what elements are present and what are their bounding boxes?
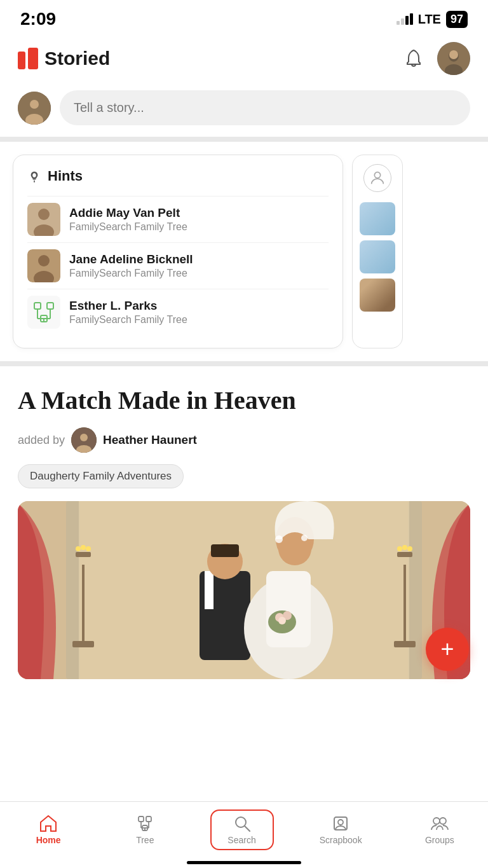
nav-label-search: Search <box>227 835 255 845</box>
svg-point-23 <box>80 434 88 441</box>
svg-rect-36 <box>397 552 412 557</box>
logo-bar-1 <box>18 52 25 69</box>
bell-icon <box>405 49 423 68</box>
hint-info-3: Esther L. Parks FamilySearch Family Tree <box>69 299 187 326</box>
author-name: Heather Haunert <box>103 433 197 447</box>
avatar-image <box>437 42 470 75</box>
svg-point-39 <box>407 546 412 551</box>
svg-rect-29 <box>82 565 85 647</box>
nav-item-search[interactable]: Search <box>210 809 274 850</box>
user-avatar-small <box>18 92 51 125</box>
hint-avatar-3 <box>27 296 60 329</box>
tree-icon <box>31 300 57 325</box>
search-nav-icon <box>233 815 252 832</box>
svg-point-21 <box>374 172 380 178</box>
story-tag[interactable]: Daugherty Family Adventures <box>18 464 184 488</box>
author-avatar <box>71 427 97 453</box>
person-icon <box>363 164 391 192</box>
story-title: A Match Made in Heaven <box>18 385 470 416</box>
nav-item-home[interactable]: Home <box>17 811 80 849</box>
svg-point-5 <box>30 100 39 109</box>
hint-item-1[interactable]: Addie May Van Pelt FamilySearch Family T… <box>27 196 329 242</box>
tree-nav-icon <box>135 815 154 832</box>
svg-rect-57 <box>146 816 151 822</box>
status-time: 2:09 <box>20 9 56 29</box>
nav-item-tree[interactable]: Tree <box>113 811 177 849</box>
status-bar: 2:09 LTE 97 <box>0 0 488 36</box>
svg-line-64 <box>245 826 250 831</box>
status-right: LTE 97 <box>396 11 468 28</box>
notification-bell-button[interactable] <box>402 46 426 71</box>
story-input[interactable] <box>60 90 470 125</box>
battery-level: 97 <box>451 13 463 26</box>
nav-item-scrapbook[interactable]: Scrapbook <box>307 811 375 849</box>
bottom-nav: Home Tree Search Scrapbook <box>0 801 488 868</box>
fab-button[interactable]: + <box>426 628 469 671</box>
svg-point-67 <box>433 818 440 824</box>
wedding-svg <box>18 501 470 679</box>
signal-bar-2 <box>401 18 404 25</box>
nav-item-groups[interactable]: Groups <box>408 811 471 849</box>
battery-indicator: 97 <box>446 11 468 28</box>
hint-name-2: Jane Adeline Bicknell <box>69 252 193 266</box>
hint-item-2[interactable]: Jane Adeline Bicknell FamilySearch Famil… <box>27 242 329 289</box>
hint-info-1: Addie May Van Pelt FamilySearch Family T… <box>69 206 187 233</box>
hints-card: Hints Addie May Van Pelt FamilySearch Fa… <box>13 155 343 348</box>
svg-point-3 <box>449 50 458 59</box>
main-content: A Match Made in Heaven added by Heather … <box>0 366 488 685</box>
svg-point-50 <box>275 535 283 543</box>
author-portrait <box>71 427 97 453</box>
signal-bar-4 <box>410 13 413 25</box>
svg-rect-35 <box>403 565 406 647</box>
groups-nav-icon <box>430 815 449 832</box>
fab-plus-icon: + <box>440 636 454 663</box>
hints-section: Hints Addie May Van Pelt FamilySearch Fa… <box>0 142 488 361</box>
nav-label-scrapbook: Scrapbook <box>320 835 362 845</box>
svg-point-51 <box>301 535 308 541</box>
logo-bar-2 <box>28 48 38 69</box>
nav-label-home: Home <box>36 835 61 845</box>
nav-label-groups: Groups <box>425 835 454 845</box>
bulb-icon <box>27 169 41 183</box>
thumb-2 <box>360 240 395 273</box>
svg-rect-15 <box>47 303 53 309</box>
wedding-scene-image <box>18 501 470 679</box>
app-name: Storied <box>44 48 110 69</box>
signal-bar-1 <box>396 21 400 25</box>
scrapbook-nav-icon <box>331 815 350 832</box>
svg-point-12 <box>38 255 50 266</box>
svg-point-32 <box>81 545 86 550</box>
hint-item-3[interactable]: Esther L. Parks FamilySearch Family Tree <box>27 289 329 335</box>
story-image-container <box>18 501 470 679</box>
home-indicator <box>187 861 301 864</box>
svg-rect-45 <box>211 544 239 557</box>
svg-point-55 <box>278 617 286 624</box>
header-actions <box>402 42 470 75</box>
user-avatar[interactable] <box>437 42 470 75</box>
thumb-3 <box>360 279 395 312</box>
logo-icon <box>18 48 38 69</box>
svg-point-37 <box>397 546 402 551</box>
svg-point-66 <box>338 820 343 825</box>
second-card <box>352 155 403 348</box>
svg-rect-42 <box>205 571 214 609</box>
lte-label: LTE <box>418 12 441 27</box>
svg-rect-34 <box>72 641 94 647</box>
svg-point-38 <box>402 545 407 550</box>
svg-rect-56 <box>139 816 144 822</box>
author-row: added by Heather Haunert <box>18 427 470 453</box>
svg-rect-43 <box>236 571 245 609</box>
logo-area: Storied <box>18 48 110 69</box>
hint-source-1: FamilySearch Family Tree <box>69 221 187 233</box>
svg-rect-26 <box>66 501 80 679</box>
svg-rect-47 <box>266 571 311 647</box>
hints-header: Hints <box>27 168 329 184</box>
hint-source-2: FamilySearch Family Tree <box>69 268 193 279</box>
svg-point-31 <box>76 546 81 551</box>
svg-rect-40 <box>394 641 416 647</box>
hint-portrait-1 <box>27 203 60 236</box>
divider-2 <box>0 361 488 366</box>
hint-avatar-1 <box>27 203 60 236</box>
hint-info-2: Jane Adeline Bicknell FamilySearch Famil… <box>69 252 193 279</box>
avatar-small-image <box>18 92 51 125</box>
